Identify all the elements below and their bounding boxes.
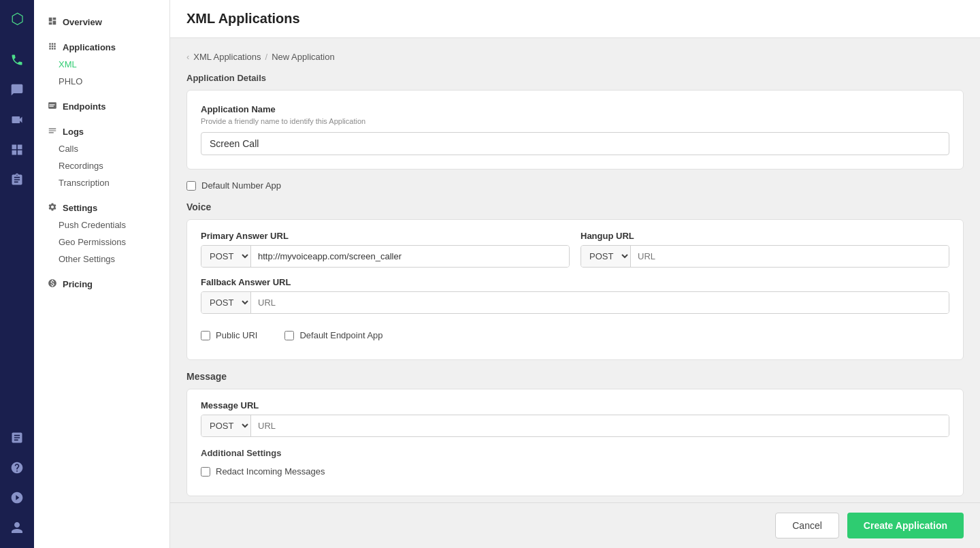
primary-answer-url-field: Primary Answer URL POST GET	[201, 231, 570, 268]
pricing-icon	[48, 278, 57, 290]
sidebar-item-settings[interactable]: Settings	[34, 197, 169, 216]
message-url-input-group: POST GET	[201, 415, 949, 437]
create-application-button[interactable]: Create Application	[847, 513, 964, 538]
page-title: XML Applications	[186, 11, 300, 26]
message-section-label: Message	[186, 371, 964, 382]
help-icon[interactable]	[3, 454, 31, 481]
logs-icon	[48, 126, 57, 138]
hangup-url-label: Hangup URL	[581, 231, 949, 241]
message-url-input[interactable]	[251, 415, 949, 436]
main-content: XML Applications ‹ XML Applications / Ne…	[170, 0, 980, 548]
message-url-card: Message URL POST GET Additional Settings…	[186, 389, 964, 496]
video-icon[interactable]	[3, 106, 31, 133]
voice-checkboxes-row: Public URI Default Endpoint App	[201, 322, 949, 349]
default-endpoint-row: Default Endpoint App	[284, 330, 382, 340]
default-endpoint-label: Default Endpoint App	[299, 330, 382, 340]
sidebar-item-calls[interactable]: Calls	[34, 140, 169, 157]
sidebar-item-applications[interactable]: Applications	[34, 36, 169, 56]
sidebar-item-overview[interactable]: Overview	[34, 11, 169, 31]
primary-answer-method-select[interactable]: POST GET	[201, 246, 251, 267]
default-number-label: Default Number App	[201, 180, 281, 191]
additional-settings-label: Additional Settings	[201, 448, 949, 458]
primary-answer-input-group: POST GET	[201, 245, 570, 268]
redact-label: Redact Incoming Messages	[216, 466, 325, 477]
message-method-select[interactable]: POST GET	[201, 415, 251, 436]
breadcrumb-back[interactable]: XML Applications	[193, 52, 261, 62]
sidebar-item-push-credentials[interactable]: Push Credentials	[34, 216, 169, 233]
applications-icon	[48, 42, 57, 53]
endpoints-icon	[48, 101, 57, 112]
app-name-hint: Provide a friendly name to identify this…	[201, 117, 949, 125]
page-header: XML Applications	[170, 0, 980, 38]
voice-section-label: Voice	[186, 202, 964, 212]
footer-bar: Cancel Create Application	[170, 502, 980, 548]
settings-icon	[48, 202, 57, 214]
primary-answer-url-input[interactable]	[251, 246, 569, 267]
redact-row: Redact Incoming Messages	[201, 466, 949, 477]
sidebar-item-pricing[interactable]: Pricing	[34, 273, 169, 293]
sidebar-item-recordings[interactable]: Recordings	[34, 157, 169, 174]
grid-icon[interactable]	[3, 136, 31, 163]
sidebar-item-endpoints[interactable]: Endpoints	[34, 95, 169, 115]
application-details-card: Application Name Provide a friendly name…	[186, 90, 964, 170]
default-endpoint-checkbox[interactable]	[284, 331, 294, 340]
hangup-method-select[interactable]: POST GET	[581, 246, 631, 267]
activity-icon[interactable]	[3, 484, 31, 511]
reports-icon[interactable]	[3, 424, 31, 451]
fallback-answer-url-input[interactable]	[251, 292, 949, 313]
hangup-url-input[interactable]	[631, 246, 949, 267]
fallback-answer-input-group: POST GET	[201, 291, 949, 314]
left-navigation: Overview Applications XML PHLO Endpoints…	[34, 0, 170, 548]
application-details-label: Application Details	[186, 73, 964, 83]
cancel-button[interactable]: Cancel	[775, 513, 839, 538]
overview-icon	[48, 16, 57, 28]
fallback-method-select[interactable]: POST GET	[201, 292, 251, 313]
hangup-url-input-group: POST GET	[581, 245, 949, 268]
breadcrumb: ‹ XML Applications / New Application	[186, 52, 964, 62]
sidebar-item-xml[interactable]: XML	[34, 56, 169, 73]
sidebar-item-logs[interactable]: Logs	[34, 120, 169, 140]
breadcrumb-current: New Application	[272, 52, 335, 62]
logo-icon[interactable]: ⬡	[3, 5, 31, 33]
fallback-url-field: Fallback Answer URL POST GET	[201, 277, 949, 314]
breadcrumb-chevron: ‹	[186, 52, 189, 62]
app-name-input[interactable]	[201, 132, 949, 155]
icon-sidebar: ⬡	[0, 0, 34, 548]
primary-answer-label: Primary Answer URL	[201, 231, 570, 241]
sidebar-item-phlo[interactable]: PHLO	[34, 73, 169, 90]
public-uri-checkbox[interactable]	[201, 331, 210, 340]
redact-checkbox[interactable]	[201, 467, 210, 477]
message-url-label: Message URL	[201, 400, 949, 410]
profile-icon[interactable]	[3, 514, 31, 541]
clipboard-icon[interactable]	[3, 166, 31, 193]
app-name-label: Application Name	[201, 104, 949, 114]
fallback-answer-label: Fallback Answer URL	[201, 277, 949, 287]
hangup-url-field: Hangup URL POST GET	[581, 231, 949, 268]
primary-hangup-row: Primary Answer URL POST GET Hangup URL	[201, 231, 949, 268]
breadcrumb-separator: /	[265, 52, 268, 62]
phone-icon[interactable]	[3, 46, 31, 74]
default-number-row: Default Number App	[186, 180, 964, 191]
sidebar-item-transcription[interactable]: Transcription	[34, 174, 169, 191]
sidebar-item-geo-permissions[interactable]: Geo Permissions	[34, 233, 169, 251]
sidebar-item-other-settings[interactable]: Other Settings	[34, 251, 169, 268]
default-number-checkbox[interactable]	[186, 181, 196, 191]
public-uri-row: Public URI	[201, 330, 257, 340]
messaging-icon[interactable]	[3, 76, 31, 103]
voice-url-card: Primary Answer URL POST GET Hangup URL	[186, 219, 964, 360]
public-uri-label: Public URI	[216, 330, 257, 340]
